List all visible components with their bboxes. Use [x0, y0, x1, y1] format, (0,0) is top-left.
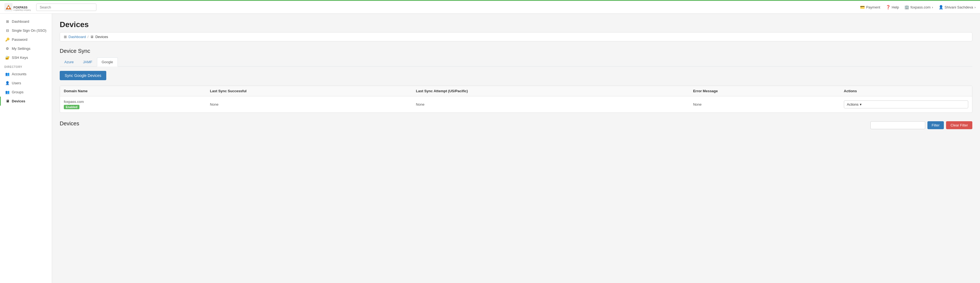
sidebar-item-users[interactable]: 👤 Users: [0, 79, 52, 87]
col-last-sync-successful: Last Sync Successful: [206, 86, 412, 96]
site-nav-item[interactable]: 🏢 foxpass.com ›: [904, 5, 933, 9]
status-badge: Enabled: [64, 105, 80, 109]
col-actions: Actions: [840, 86, 972, 96]
main-content: Devices ⊞ Dashboard / 🖥 Devices Device S…: [52, 14, 980, 283]
sidebar-label-ssh-keys: SSH Keys: [12, 56, 28, 60]
sidebar-label-devices: Devices: [12, 99, 25, 103]
settings-icon: ⚙: [5, 46, 10, 51]
nav-right: 💳 Payment ❓ Help 🏢 foxpass.com › 👤 Shiva…: [860, 5, 975, 9]
sidebar-item-groups[interactable]: 👥 Groups: [0, 87, 52, 97]
table-row: foxpass.com Enabled None None None Actio…: [60, 96, 972, 113]
svg-text:a splashtop company: a splashtop company: [13, 9, 31, 11]
domain-name: foxpass.com: [64, 100, 202, 104]
device-sync-tabs: Azure JAMF Google: [60, 57, 972, 67]
svg-text:FOXPASS: FOXPASS: [13, 6, 27, 9]
password-icon: 🔑: [5, 38, 10, 41]
accounts-icon: 👥: [5, 72, 10, 76]
tab-google[interactable]: Google: [97, 57, 118, 67]
cell-error-message: None: [689, 96, 840, 113]
actions-label: Actions: [847, 102, 859, 107]
user-label: Shivani Sachdeva: [945, 5, 973, 9]
users-icon: 👤: [5, 81, 10, 85]
dashboard-icon: ⊞: [5, 19, 10, 24]
actions-dropdown[interactable]: Actions ▾: [844, 100, 968, 108]
site-label: foxpass.com: [910, 5, 931, 9]
devices-icon: 🖥: [5, 99, 10, 103]
ssh-icon: 🔐: [5, 56, 10, 60]
device-sync-table: Domain Name Last Sync Successful Last Sy…: [60, 86, 972, 113]
sso-icon: ⊟: [5, 29, 10, 33]
sidebar-item-password[interactable]: 🔑 Password: [0, 35, 52, 44]
sidebar-item-ssh-keys[interactable]: 🔐 SSH Keys: [0, 53, 52, 62]
col-last-sync-attempt: Last Sync Attempt (US/Pacific): [412, 86, 689, 96]
sidebar-label-sso: Single Sign On (SSO): [12, 29, 46, 33]
help-icon: ❓: [886, 5, 891, 9]
payment-icon: 💳: [860, 5, 865, 9]
sidebar-label-accounts: Accounts: [12, 72, 26, 76]
payment-nav-item[interactable]: 💳 Payment: [860, 5, 880, 9]
filter-area: Filter Clear Filter: [870, 121, 972, 129]
site-icon: 🏢: [904, 5, 909, 9]
user-avatar-icon: 👤: [939, 5, 943, 9]
devices-header: Devices Filter Clear Filter: [60, 121, 972, 130]
foxpass-logo: FOXPASS a splashtop company: [5, 2, 32, 12]
table-header-row: Domain Name Last Sync Successful Last Sy…: [60, 86, 972, 96]
help-nav-item[interactable]: ❓ Help: [886, 5, 899, 9]
breadcrumb-separator: /: [88, 35, 89, 39]
sidebar-item-accounts[interactable]: 👥 Accounts: [0, 70, 52, 79]
devices-filter-input[interactable]: [870, 121, 925, 129]
tab-jamf[interactable]: JAMF: [78, 57, 97, 67]
device-sync-table-container: Domain Name Last Sync Successful Last Sy…: [60, 86, 972, 113]
breadcrumb-home-link[interactable]: Dashboard: [68, 35, 86, 39]
sidebar: ⊞ Dashboard ⊟ Single Sign On (SSO) 🔑 Pas…: [0, 14, 52, 283]
sidebar-label-my-settings: My Settings: [12, 46, 30, 51]
help-label: Help: [892, 5, 899, 9]
sidebar-item-devices[interactable]: 🖥 Devices: [0, 97, 52, 106]
breadcrumb-devices-icon: 🖥: [90, 35, 94, 39]
sidebar-label-users: Users: [12, 81, 21, 85]
chevron-down-icon: ▾: [860, 102, 862, 107]
cell-last-sync-attempt: None: [412, 96, 689, 113]
device-sync-title: Device Sync: [60, 48, 972, 54]
col-domain-name: Domain Name: [60, 86, 206, 96]
logo-area: FOXPASS a splashtop company: [5, 2, 32, 12]
sidebar-label-password: Password: [12, 38, 27, 41]
sidebar-item-sso[interactable]: ⊟ Single Sign On (SSO): [0, 26, 52, 35]
cell-last-sync-successful: None: [206, 96, 412, 113]
col-error-message: Error Message: [689, 86, 840, 96]
clear-filter-button[interactable]: Clear Filter: [946, 121, 972, 129]
search-input[interactable]: [36, 3, 96, 11]
groups-icon: 👥: [5, 90, 10, 94]
sidebar-item-dashboard[interactable]: ⊞ Dashboard: [0, 17, 52, 26]
page-title: Devices: [60, 20, 972, 29]
devices-section: Devices Filter Clear Filter: [60, 121, 972, 130]
cell-actions: Actions ▾: [840, 96, 972, 113]
chevron-right-icon2: ›: [975, 5, 975, 9]
user-nav-item[interactable]: 👤 Shivani Sachdeva ›: [939, 5, 975, 9]
breadcrumb: ⊞ Dashboard / 🖥 Devices: [60, 32, 972, 41]
sync-google-devices-button[interactable]: Sync Google Devices: [60, 71, 106, 80]
tab-azure[interactable]: Azure: [60, 57, 78, 67]
sidebar-label-dashboard: Dashboard: [12, 19, 29, 24]
filter-button[interactable]: Filter: [928, 121, 944, 129]
breadcrumb-home-icon: ⊞: [64, 35, 67, 39]
cell-domain: foxpass.com Enabled: [60, 96, 206, 113]
breadcrumb-current: Devices: [95, 35, 108, 39]
sidebar-label-groups: Groups: [12, 90, 24, 94]
chevron-right-icon: ›: [932, 5, 933, 9]
directory-section-label: DIRECTORY: [0, 62, 52, 70]
svg-point-4: [8, 6, 10, 8]
sidebar-item-my-settings[interactable]: ⚙ My Settings: [0, 44, 52, 53]
payment-label: Payment: [866, 5, 880, 9]
devices-section-title: Devices: [60, 121, 79, 127]
top-navigation: FOXPASS a splashtop company 💳 Payment ❓ …: [0, 0, 980, 14]
